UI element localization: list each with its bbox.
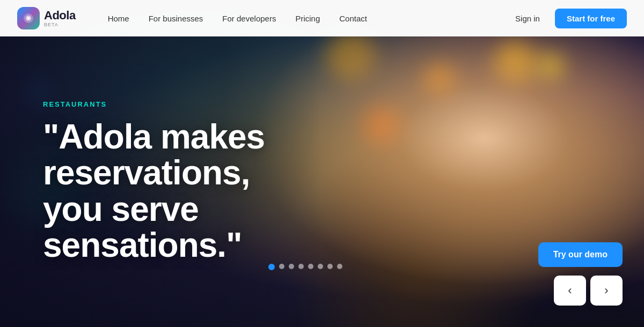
navbar: Adola BETA Home For businesses For devel… bbox=[0, 0, 644, 36]
dot-3[interactable] bbox=[289, 264, 294, 269]
logo-beta: BETA bbox=[44, 23, 76, 27]
hero-category: RESTAURANTS bbox=[43, 100, 644, 108]
carousel-controls: ‹ › bbox=[554, 276, 623, 306]
dot-8[interactable] bbox=[337, 264, 342, 269]
signin-button[interactable]: Sign in bbox=[509, 10, 546, 27]
logo-text: Adola BETA bbox=[44, 10, 76, 27]
nav-pricing[interactable]: Pricing bbox=[295, 14, 320, 23]
dot-7[interactable] bbox=[327, 264, 333, 269]
nav-home[interactable]: Home bbox=[108, 14, 129, 23]
logo-name: Adola bbox=[44, 10, 76, 21]
carousel-prev-button[interactable]: ‹ bbox=[554, 276, 586, 306]
hero-bottom-controls: Try our demo ‹ › bbox=[538, 242, 623, 306]
carousel-dots bbox=[268, 264, 342, 270]
dot-1[interactable] bbox=[268, 264, 275, 270]
logo-icon bbox=[17, 7, 40, 29]
nav-links: Home For businesses For developers Prici… bbox=[108, 14, 509, 23]
start-free-button[interactable]: Start for free bbox=[555, 9, 627, 28]
demo-button[interactable]: Try our demo bbox=[538, 242, 623, 267]
nav-for-developers[interactable]: For developers bbox=[222, 14, 276, 23]
nav-contact[interactable]: Contact bbox=[339, 14, 367, 23]
nav-for-businesses[interactable]: For businesses bbox=[149, 14, 203, 23]
dot-5[interactable] bbox=[308, 264, 313, 269]
dot-2[interactable] bbox=[279, 264, 284, 269]
dot-4[interactable] bbox=[298, 264, 304, 269]
svg-point-2 bbox=[27, 17, 30, 19]
hero-section: RESTAURANTS "Adola makes reservations, y… bbox=[0, 0, 644, 327]
nav-actions: Sign in Start for free bbox=[509, 9, 627, 28]
chevron-right-icon: › bbox=[604, 284, 608, 298]
hero-headline: "Adola makes reservations, you serve sen… bbox=[43, 119, 311, 263]
carousel-next-button[interactable]: › bbox=[590, 276, 623, 306]
chevron-left-icon: ‹ bbox=[568, 284, 572, 298]
logo[interactable]: Adola BETA bbox=[17, 7, 76, 29]
dot-6[interactable] bbox=[318, 264, 323, 269]
